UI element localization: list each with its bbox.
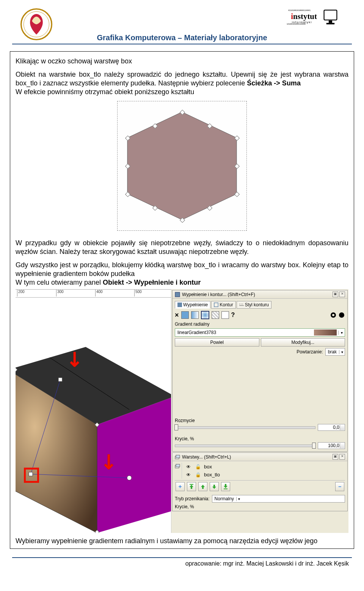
- swatch-button[interactable]: [221, 311, 229, 319]
- repeat-label: Powtarzanie:: [297, 349, 323, 355]
- lock-icon[interactable]: 🔒: [195, 472, 201, 478]
- blur-value-input[interactable]: 0,0: [318, 424, 345, 431]
- gradient-select[interactable]: linearGradient3783 ▾: [175, 328, 345, 337]
- tab-stroke-style[interactable]: Styl konturu: [237, 301, 271, 309]
- footer-credits: opracowanie: mgr inż. Maciej Laskowski i…: [9, 560, 355, 570]
- panel-close-icon[interactable]: ✕: [339, 292, 345, 297]
- layers-icon: [175, 454, 180, 460]
- svg-point-17: [127, 476, 132, 480]
- blend-mode-label: Tryb przenikania:: [175, 496, 210, 501]
- panel-dock-icon[interactable]: ▣: [333, 292, 338, 297]
- radial-gradient-button[interactable]: [201, 311, 209, 319]
- tab-fill[interactable]: Wypełnienie: [175, 301, 210, 309]
- unknown-paint-button[interactable]: ?: [231, 312, 235, 318]
- blur-label: Rozmycie: [175, 418, 345, 423]
- paragraph-4: Gdy wszystko jest w porządku, blokujemy …: [16, 261, 348, 287]
- paragraph-6: Wybieramy wypełnienie gradientem radialn…: [16, 537, 348, 545]
- eye-icon[interactable]: 👁: [185, 472, 192, 478]
- fill-rule-evenodd-icon[interactable]: [330, 312, 337, 318]
- layers-panel-title: Warstwy... (Shift+Ctrl+L): [182, 454, 231, 460]
- canvas-3d-box[interactable]: ↘ ↘: [16, 298, 171, 533]
- opacity-slider[interactable]: [175, 444, 315, 447]
- layer-up-button[interactable]: [198, 482, 207, 491]
- svg-rect-35: [224, 489, 228, 489]
- svg-point-29: [339, 312, 344, 318]
- opacity-label: Krycie, %: [175, 436, 345, 441]
- footer-divider: [12, 557, 352, 558]
- layer-row-box[interactable]: 👁 🔓 box: [184, 463, 345, 471]
- opacity-value-input[interactable]: 100,0: [318, 442, 345, 449]
- layers-panel: Warstwy... (Shift+Ctrl+L) ▣ ✕: [172, 452, 348, 511]
- monitor-icon: [322, 8, 340, 26]
- layer-opacity-label: Krycie, %: [175, 504, 194, 509]
- svg-rect-34: [190, 484, 193, 485]
- layer-row-box-tlo[interactable]: 👁 🔒 box_tlo: [184, 471, 345, 479]
- crest-icon: [20, 8, 52, 40]
- paragraph-2: Obiekt na warstwie box_tlo należy sprowa…: [16, 70, 348, 96]
- no-paint-button[interactable]: ×: [175, 311, 179, 319]
- inkscape-screenshot: 200 300 400 500 600 🔍: [16, 289, 348, 533]
- eye-icon[interactable]: 👁: [185, 464, 192, 470]
- layer-down-button[interactable]: [210, 482, 219, 491]
- svg-rect-31: [176, 455, 180, 458]
- delete-layer-button[interactable]: −: [335, 482, 344, 491]
- svg-rect-33: [176, 464, 180, 467]
- svg-text:01101001010000110001: 01101001010000110001: [288, 9, 311, 11]
- svg-marker-9: [127, 112, 237, 220]
- svg-rect-16: [58, 378, 62, 381]
- svg-rect-6: [324, 10, 337, 20]
- svg-text:instytut: instytut: [291, 12, 317, 21]
- flat-color-button[interactable]: [181, 311, 189, 319]
- svg-text:informatyki: informatyki: [292, 20, 312, 24]
- svg-rect-8: [326, 23, 334, 24]
- gradient-type-label: Gradient radialny: [175, 322, 345, 327]
- repeat-select[interactable]: brak▾: [325, 348, 345, 356]
- blur-slider[interactable]: [175, 426, 315, 429]
- red-highlight-box: [24, 468, 39, 483]
- brush-icon: [175, 292, 180, 297]
- paragraph-3: W przypadku gdy w obiekcie pojawiły się …: [16, 239, 348, 256]
- figure-hexagon: [16, 101, 348, 232]
- svg-rect-23: [177, 303, 182, 307]
- svg-rect-24: [214, 303, 218, 307]
- chevron-down-icon[interactable]: ▾: [338, 331, 345, 335]
- content-frame: Klikając w oczko schowaj warstwę box Obi…: [10, 51, 354, 549]
- layer-to-bottom-button[interactable]: [221, 482, 230, 491]
- fill-panel-title: Wypełnienie i kontur... (Shift+Ctrl+F): [182, 292, 255, 297]
- paragraph-1: Klikając w oczko schowaj warstwę box: [16, 57, 348, 66]
- header-divider: [12, 44, 352, 44]
- linear-gradient-button[interactable]: [191, 311, 199, 319]
- unlock-icon[interactable]: 🔓: [195, 464, 201, 470]
- blend-mode-select[interactable]: Normalny▾: [212, 495, 345, 503]
- tab-stroke[interactable]: Kontur: [211, 301, 235, 309]
- svg-rect-7: [329, 20, 332, 23]
- institute-badge: 01101001010000110001 10100101000110000 i…: [287, 8, 318, 28]
- panel-dock-icon[interactable]: ▣: [333, 454, 338, 460]
- panel-close-icon[interactable]: ✕: [339, 454, 345, 460]
- fill-tabs: Wypełnienie Kontur Styl konturu: [175, 301, 345, 309]
- layers-stack-icon: [175, 463, 180, 469]
- duplicate-button[interactable]: Powiel: [175, 338, 259, 347]
- pattern-button[interactable]: [212, 311, 219, 319]
- svg-point-28: [332, 314, 334, 316]
- university-crest: [20, 7, 52, 42]
- ruler-horizontal: 200 300 400 500 600 🔍: [16, 289, 171, 298]
- page-title: Grafika Komputerowa – Materiały laborato…: [97, 33, 267, 42]
- modify-button[interactable]: Modyfikuj...: [261, 338, 345, 347]
- svg-rect-22: [175, 292, 180, 297]
- add-layer-button[interactable]: ＋: [176, 482, 185, 491]
- fill-stroke-panel: Wypełnienie i kontur... (Shift+Ctrl+F) ▣…: [172, 290, 348, 452]
- layer-to-top-button[interactable]: [187, 482, 196, 491]
- fill-rule-nonzero-icon[interactable]: [338, 312, 345, 318]
